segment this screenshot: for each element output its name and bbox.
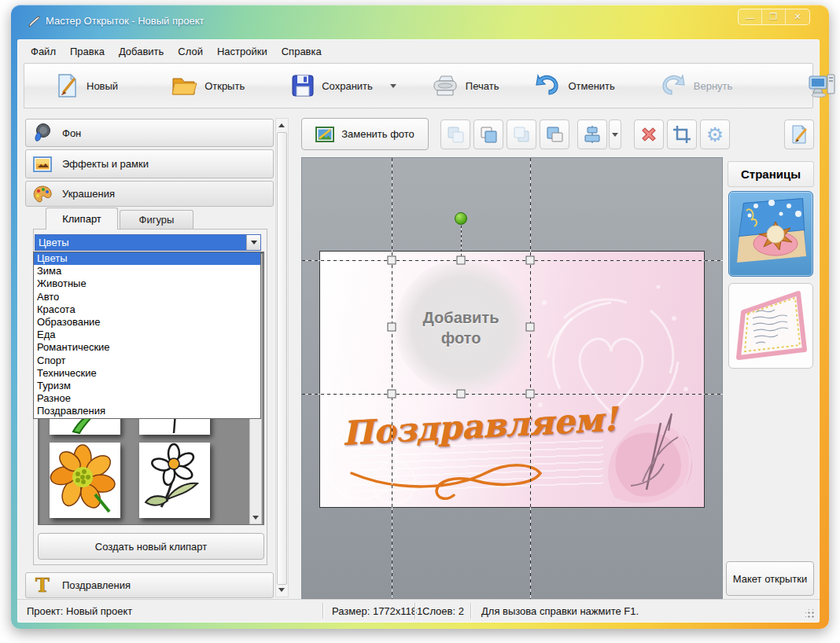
menu-help[interactable]: Справка — [274, 43, 329, 60]
canvas-area[interactable]: Поздравляем! Добавить фото — [301, 157, 723, 599]
clipart-thumb-orange-flower[interactable] — [50, 443, 120, 518]
canvas-toolbar: Заменить фото — [298, 116, 813, 154]
status-layers: Слоев: 2 — [422, 605, 464, 617]
menu-edit[interactable]: Правка — [63, 43, 112, 60]
card-layout-button[interactable]: Макет открытки — [726, 561, 814, 596]
redo-button[interactable]: Вернуть — [653, 69, 739, 102]
print-button-label: Печать — [466, 80, 499, 92]
guide-line-vertical — [392, 158, 392, 600]
selection-handle-e[interactable] — [526, 323, 535, 332]
category-option[interactable]: Технические — [34, 367, 260, 380]
rotation-handle[interactable] — [455, 212, 467, 225]
resize-grip[interactable] — [805, 609, 815, 619]
page-thumbnail-1[interactable] — [728, 191, 813, 277]
bring-to-front-button[interactable] — [473, 119, 503, 149]
align-button[interactable] — [577, 119, 607, 149]
status-separator — [470, 603, 471, 619]
text-t-icon: T — [32, 575, 53, 596]
save-button[interactable]: Сохранить — [284, 70, 379, 101]
svg-text:T: T — [35, 575, 50, 596]
settings-button[interactable]: ⚙ — [700, 119, 730, 149]
category-option[interactable]: Туризм — [34, 380, 260, 392]
redo-arrow-icon — [659, 72, 687, 99]
selection-handle-s[interactable] — [457, 390, 466, 399]
photo-placeholder[interactable]: Добавить фото — [422, 307, 500, 348]
new-document-icon — [53, 72, 80, 99]
category-option[interactable]: Романтические — [34, 341, 260, 354]
main-toolbar: Новый Открыть Сохранить — [24, 63, 813, 108]
guide-line-horizontal — [302, 260, 724, 261]
selection-handle-n[interactable] — [457, 256, 466, 265]
menu-add[interactable]: Добавить — [112, 43, 171, 60]
send-backward-icon — [512, 125, 531, 144]
tab-shapes[interactable]: Фигуры — [120, 210, 193, 230]
scroll-up-icon[interactable] — [278, 123, 285, 127]
delete-button[interactable] — [634, 119, 664, 149]
send-backward-button-disabled[interactable] — [507, 119, 536, 149]
crop-button[interactable] — [667, 119, 697, 149]
section-background[interactable]: Фон — [25, 119, 274, 147]
category-option[interactable]: Красота — [34, 303, 260, 316]
scroll-down-icon[interactable] — [278, 588, 285, 592]
print-button[interactable]: Печать — [425, 71, 506, 101]
scroll-down-icon[interactable] — [252, 516, 259, 520]
sidebar-scrollbar[interactable] — [275, 118, 289, 597]
category-option[interactable]: Спорт — [34, 355, 260, 367]
replace-photo-label: Заменить фото — [341, 128, 414, 140]
menu-bar: Файл Правка Добавить Слой Настройки Спра… — [24, 42, 329, 61]
send-to-back-button[interactable] — [540, 119, 569, 149]
selection-handle-se[interactable] — [526, 390, 535, 399]
paint-bucket-icon — [32, 123, 53, 143]
menu-layer[interactable]: Слой — [171, 43, 210, 60]
category-option[interactable]: Цветы — [34, 252, 260, 265]
category-dropdown-button[interactable] — [246, 235, 260, 250]
category-option[interactable]: Разное — [34, 392, 260, 405]
undo-arrow-icon — [533, 72, 562, 99]
save-dropdown-caret[interactable] — [390, 84, 396, 88]
category-option[interactable]: Еда — [34, 329, 260, 341]
card-canvas[interactable]: Поздравляем! — [319, 251, 705, 508]
clipart-category-select[interactable]: Цветы — [35, 234, 261, 251]
edit-text-button[interactable] — [784, 119, 814, 149]
status-separator — [322, 603, 323, 619]
menu-settings[interactable]: Настройки — [210, 43, 274, 60]
title-bar[interactable]: Мастер Открыток - Новый проект — ❒ ✕ — [11, 5, 829, 39]
replace-photo-button[interactable]: Заменить фото — [301, 118, 429, 150]
create-clipart-button[interactable]: Создать новый клипарт — [38, 533, 264, 560]
new-button[interactable]: Новый — [47, 69, 124, 102]
effects-photo-icon — [32, 154, 53, 175]
open-button[interactable]: Открыть — [164, 70, 251, 101]
maximize-button[interactable]: ❒ — [762, 9, 786, 24]
align-dropdown-button[interactable] — [609, 119, 621, 149]
scrollbar-thumb[interactable] — [277, 132, 287, 585]
bring-forward-button-disabled[interactable] — [440, 119, 470, 149]
category-option[interactable]: Поздравления — [34, 405, 260, 417]
selection-handle-w[interactable] — [388, 323, 396, 332]
delete-x-icon — [639, 124, 659, 145]
clipart-thumb-white-daisy[interactable] — [139, 443, 210, 518]
chevron-down-icon — [612, 133, 618, 137]
minimize-button[interactable]: — — [739, 9, 762, 24]
category-dropdown-list: Цветы Зима Животные Авто Красота Образов… — [33, 252, 261, 419]
replace-photo-icon — [315, 127, 334, 142]
selection-handle-nw[interactable] — [388, 256, 396, 265]
programs-button[interactable]: Программы — [801, 70, 840, 101]
section-background-label: Фон — [62, 127, 81, 139]
page-thumbnail-2[interactable] — [728, 283, 813, 369]
category-option[interactable]: Животные — [34, 277, 260, 290]
category-option[interactable]: Образование — [34, 316, 260, 329]
close-button[interactable]: ✕ — [786, 9, 809, 24]
section-decorations[interactable]: Украшения — [25, 181, 274, 207]
tab-clipart[interactable]: Клипарт — [46, 208, 118, 230]
category-option[interactable]: Авто — [34, 291, 260, 303]
selection-handle-sw[interactable] — [388, 390, 396, 399]
menu-file[interactable]: Файл — [24, 43, 63, 60]
app-logo-brush-icon — [27, 14, 41, 28]
undo-button[interactable]: Отменить — [527, 69, 621, 102]
selection-handle-ne[interactable] — [526, 256, 535, 265]
status-bar: Проект: Новый проект Размер: 1772x1181 С… — [17, 599, 820, 623]
section-greetings[interactable]: T Поздравления — [25, 572, 274, 598]
section-effects[interactable]: Эффекты и рамки — [25, 149, 274, 178]
category-option[interactable]: Зима — [34, 265, 260, 277]
bring-to-front-icon — [479, 125, 498, 144]
